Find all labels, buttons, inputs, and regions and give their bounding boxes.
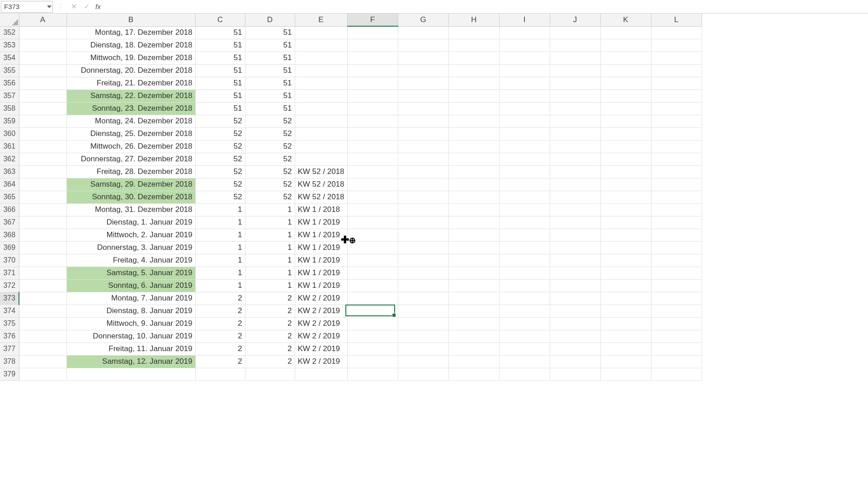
cell-K360[interactable] <box>600 127 651 140</box>
cell-F367[interactable] <box>347 216 398 229</box>
cell-B375[interactable]: Mittwoch, 9. Januar 2019 <box>66 317 195 330</box>
cell-L371[interactable] <box>651 267 702 279</box>
cell-E371[interactable]: KW 1 / 2019 <box>295 267 347 279</box>
cell-D377[interactable]: 2 <box>245 343 295 355</box>
cell-G370[interactable] <box>398 254 448 267</box>
cell-L363[interactable] <box>651 165 702 178</box>
cell-F361[interactable] <box>347 140 398 153</box>
cell-I363[interactable] <box>499 165 550 178</box>
cell-L364[interactable] <box>651 178 702 191</box>
column-header-L[interactable]: L <box>651 14 702 26</box>
cell-I362[interactable] <box>499 153 550 165</box>
cell-G367[interactable] <box>398 216 448 229</box>
cell-G379[interactable] <box>398 368 448 380</box>
cell-I378[interactable] <box>499 355 550 368</box>
cell-F363[interactable] <box>347 165 398 178</box>
cell-B355[interactable]: Donnerstag, 20. Dezember 2018 <box>66 64 195 77</box>
cell-A358[interactable] <box>19 102 66 115</box>
column-header-C[interactable]: C <box>195 14 245 26</box>
cell-H363[interactable] <box>448 165 499 178</box>
cell-J376[interactable] <box>550 330 600 343</box>
name-box[interactable]: F373 <box>1 1 53 13</box>
cell-H353[interactable] <box>448 39 499 52</box>
cell-K366[interactable] <box>600 203 651 216</box>
cell-J356[interactable] <box>550 77 600 89</box>
cell-F369[interactable] <box>347 241 398 254</box>
cell-J370[interactable] <box>550 254 600 267</box>
row-header[interactable]: 371 <box>0 267 19 279</box>
cell-C379[interactable] <box>195 368 245 380</box>
cell-H377[interactable] <box>448 343 499 355</box>
cell-L356[interactable] <box>651 77 702 89</box>
row-header[interactable]: 378 <box>0 355 19 368</box>
cell-D371[interactable]: 1 <box>245 267 295 279</box>
cell-H366[interactable] <box>448 203 499 216</box>
cell-G352[interactable] <box>398 26 448 39</box>
cell-I377[interactable] <box>499 343 550 355</box>
cell-G361[interactable] <box>398 140 448 153</box>
cell-A353[interactable] <box>19 39 66 52</box>
cell-L375[interactable] <box>651 317 702 330</box>
cell-H365[interactable] <box>448 191 499 203</box>
cell-E364[interactable]: KW 52 / 2018 <box>295 178 347 191</box>
cell-A367[interactable] <box>19 216 66 229</box>
cell-B366[interactable]: Montag, 31. Dezember 2018 <box>66 203 195 216</box>
cell-G371[interactable] <box>398 267 448 279</box>
cell-F355[interactable] <box>347 64 398 77</box>
row-header[interactable]: 366 <box>0 203 19 216</box>
cell-L365[interactable] <box>651 191 702 203</box>
cell-J372[interactable] <box>550 279 600 292</box>
cell-D365[interactable]: 52 <box>245 191 295 203</box>
fx-icon[interactable]: fx <box>95 3 101 10</box>
cell-J353[interactable] <box>550 39 600 52</box>
cell-G368[interactable] <box>398 229 448 241</box>
cell-J360[interactable] <box>550 127 600 140</box>
cell-A374[interactable] <box>19 305 66 317</box>
cell-K379[interactable] <box>600 368 651 380</box>
cell-D364[interactable]: 52 <box>245 178 295 191</box>
cell-J368[interactable] <box>550 229 600 241</box>
cell-L355[interactable] <box>651 64 702 77</box>
cell-B353[interactable]: Dienstag, 18. Dezember 2018 <box>66 39 195 52</box>
cell-J374[interactable] <box>550 305 600 317</box>
cell-F360[interactable] <box>347 127 398 140</box>
cell-K365[interactable] <box>600 191 651 203</box>
cell-C357[interactable]: 51 <box>195 89 245 102</box>
cell-J362[interactable] <box>550 153 600 165</box>
cell-F357[interactable] <box>347 89 398 102</box>
row-header[interactable]: 353 <box>0 39 19 52</box>
cell-D366[interactable]: 1 <box>245 203 295 216</box>
cell-H357[interactable] <box>448 89 499 102</box>
cell-K375[interactable] <box>600 317 651 330</box>
cell-I374[interactable] <box>499 305 550 317</box>
row-header[interactable]: 374 <box>0 305 19 317</box>
cell-G362[interactable] <box>398 153 448 165</box>
cell-H358[interactable] <box>448 102 499 115</box>
cell-B359[interactable]: Montag, 24. Dezember 2018 <box>66 115 195 127</box>
row-header[interactable]: 377 <box>0 343 19 355</box>
cell-L378[interactable] <box>651 355 702 368</box>
cell-K356[interactable] <box>600 77 651 89</box>
cell-C363[interactable]: 52 <box>195 165 245 178</box>
cell-A373[interactable] <box>19 292 66 305</box>
cell-A376[interactable] <box>19 330 66 343</box>
cell-F378[interactable] <box>347 355 398 368</box>
cell-K369[interactable] <box>600 241 651 254</box>
cell-I370[interactable] <box>499 254 550 267</box>
cell-A355[interactable] <box>19 64 66 77</box>
cell-D355[interactable]: 51 <box>245 64 295 77</box>
cell-F352[interactable] <box>347 26 398 39</box>
cell-D373[interactable]: 2 <box>245 292 295 305</box>
cell-A372[interactable] <box>19 279 66 292</box>
cell-L369[interactable] <box>651 241 702 254</box>
cell-F371[interactable] <box>347 267 398 279</box>
cell-L352[interactable] <box>651 26 702 39</box>
cell-K355[interactable] <box>600 64 651 77</box>
cell-I353[interactable] <box>499 39 550 52</box>
cell-F377[interactable] <box>347 343 398 355</box>
cell-B376[interactable]: Donnerstag, 10. Januar 2019 <box>66 330 195 343</box>
cell-H354[interactable] <box>448 52 499 64</box>
cell-K370[interactable] <box>600 254 651 267</box>
cell-G354[interactable] <box>398 52 448 64</box>
cell-I373[interactable] <box>499 292 550 305</box>
